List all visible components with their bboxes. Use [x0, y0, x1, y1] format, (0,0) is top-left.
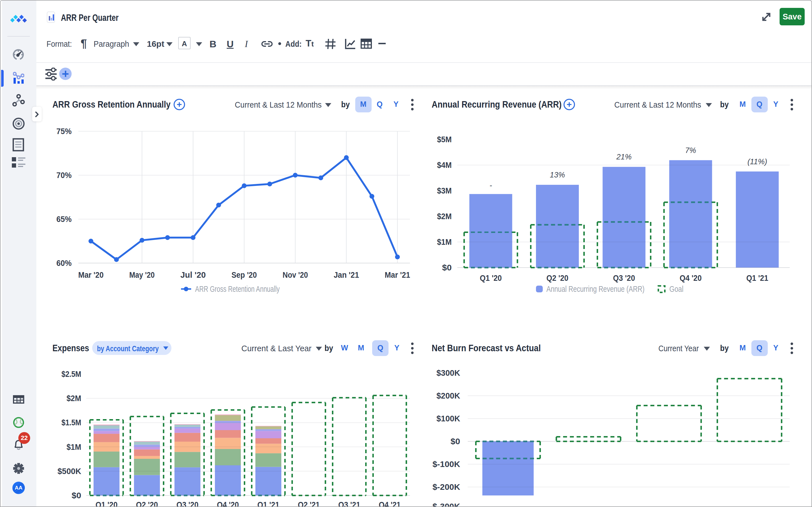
svg-text:-: -: [490, 181, 492, 189]
svg-text:ARR Gross Retention Annually: ARR Gross Retention Annually: [195, 284, 280, 293]
svg-text:Q3 '21: Q3 '21: [338, 500, 360, 507]
svg-text:Mar '20: Mar '20: [78, 270, 103, 279]
svg-text:Goal: Goal: [669, 284, 683, 293]
svg-text:60%: 60%: [56, 258, 71, 268]
svg-text:Q1 '20: Q1 '20: [96, 500, 117, 507]
svg-text:$1M: $1M: [437, 237, 452, 246]
svg-text:Q1 '21: Q1 '21: [257, 500, 280, 507]
svg-text:$1.5M: $1.5M: [61, 418, 81, 427]
svg-text:$2M: $2M: [66, 393, 81, 403]
svg-text:Q3 '20: Q3 '20: [613, 273, 635, 283]
svg-text:(11%): (11%): [748, 158, 767, 166]
svg-text:$2.5M: $2.5M: [61, 369, 81, 379]
svg-text:$2M: $2M: [437, 212, 452, 221]
svg-text:$0: $0: [442, 263, 452, 272]
svg-text:$300K: $300K: [437, 368, 460, 378]
svg-text:Annual Recurring Revenue (ARR): Annual Recurring Revenue (ARR): [546, 284, 645, 293]
svg-text:Jul '20: Jul '20: [181, 270, 206, 279]
svg-text:$0: $0: [451, 437, 460, 446]
svg-text:Nov '20: Nov '20: [283, 270, 308, 279]
svg-text:Q2 '20: Q2 '20: [546, 273, 568, 283]
svg-text:7%: 7%: [685, 146, 696, 155]
svg-text:Sep '20: Sep '20: [232, 270, 257, 279]
svg-text:$3M: $3M: [437, 186, 452, 195]
svg-text:75%: 75%: [56, 126, 71, 136]
svg-text:Mar '21: Mar '21: [385, 270, 410, 279]
svg-text:21%: 21%: [616, 153, 631, 161]
svg-text:Q4 '21: Q4 '21: [378, 500, 401, 507]
svg-text:$-300K: $-300K: [433, 502, 460, 507]
svg-text:Q2 '21: Q2 '21: [298, 500, 320, 507]
svg-text:$4M: $4M: [437, 160, 452, 170]
svg-text:Q3 '20: Q3 '20: [176, 500, 199, 507]
svg-text:$-100K: $-100K: [433, 459, 460, 469]
svg-text:$200K: $200K: [437, 391, 460, 400]
svg-text:13%: 13%: [550, 171, 565, 179]
svg-text:Jan '21: Jan '21: [334, 270, 359, 279]
svg-text:Q4 '20: Q4 '20: [680, 273, 702, 283]
svg-text:Q4 '20: Q4 '20: [217, 500, 239, 507]
svg-text:65%: 65%: [56, 214, 71, 224]
svg-text:$-200K: $-200K: [433, 482, 460, 492]
svg-text:$500K: $500K: [57, 466, 81, 476]
svg-text:Q2 '20: Q2 '20: [136, 500, 158, 507]
svg-text:May '20: May '20: [130, 270, 155, 279]
svg-text:$5M: $5M: [437, 135, 452, 144]
svg-text:$0: $0: [71, 491, 81, 500]
svg-text:Q1 '21: Q1 '21: [746, 273, 768, 283]
svg-text:$1M: $1M: [66, 442, 81, 452]
svg-text:70%: 70%: [56, 170, 71, 180]
svg-text:Q1 '20: Q1 '20: [480, 273, 502, 283]
svg-text:$100K: $100K: [437, 414, 460, 423]
